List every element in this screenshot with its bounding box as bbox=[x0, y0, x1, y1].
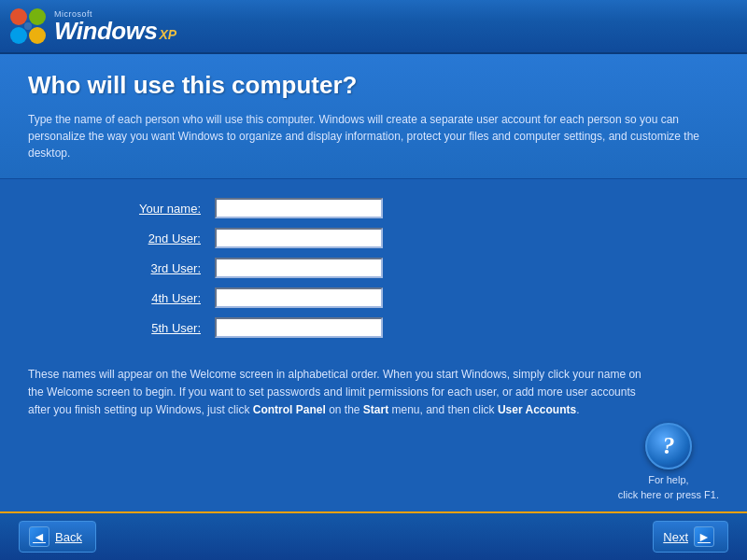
user3-label: 3rd User: bbox=[28, 261, 215, 275]
user5-label: 5th User: bbox=[28, 321, 215, 335]
help-icon-circle: ? bbox=[645, 423, 692, 469]
back-label: Back bbox=[55, 530, 82, 544]
field-row-5: 5th User: bbox=[28, 317, 719, 338]
field-row-3: 3rd User: bbox=[28, 258, 719, 278]
next-label: Next bbox=[663, 530, 688, 544]
user3-input[interactable] bbox=[215, 258, 383, 278]
user-accounts-bold: User Accounts bbox=[498, 403, 576, 416]
bottom-text: These names will appear on the Welcome s… bbox=[28, 366, 644, 420]
user-fields: Your name: 2nd User: 3rd User: 4th User:… bbox=[28, 198, 719, 347]
windows-flag-icon bbox=[9, 7, 47, 45]
svg-point-2 bbox=[10, 27, 27, 44]
user4-label: 4th User: bbox=[28, 291, 215, 305]
help-button[interactable]: ? For help,click here or press F1. bbox=[618, 423, 719, 502]
start-bold: Start bbox=[363, 403, 388, 416]
user1-input[interactable] bbox=[215, 198, 383, 218]
windows-text: Microsoft Windows XP bbox=[54, 10, 176, 43]
next-arrow-icon: ► bbox=[694, 526, 714, 547]
user2-input[interactable] bbox=[215, 228, 383, 248]
user2-label: 2nd User: bbox=[28, 231, 215, 245]
svg-point-4 bbox=[24, 22, 32, 30]
main-content: Who will use this computer? Type the nam… bbox=[0, 54, 747, 511]
next-button[interactable]: Next ► bbox=[653, 521, 728, 553]
back-button[interactable]: ◄ Back bbox=[19, 521, 96, 553]
xp-label: XP bbox=[159, 28, 176, 41]
user1-label: Your name: bbox=[28, 202, 215, 216]
field-row-1: Your name: bbox=[28, 198, 719, 218]
page-header: Who will use this computer? Type the nam… bbox=[0, 54, 747, 179]
field-row-4: 4th User: bbox=[28, 287, 719, 308]
back-arrow-icon: ◄ bbox=[29, 526, 49, 547]
control-panel-bold: Control Panel bbox=[253, 403, 326, 416]
help-label: For help,click here or press F1. bbox=[618, 473, 719, 502]
svg-point-1 bbox=[29, 8, 46, 25]
windows-logo: Microsoft Windows XP bbox=[9, 7, 176, 45]
page-body: Your name: 2nd User: 3rd User: 4th User:… bbox=[0, 179, 747, 511]
top-bar: Microsoft Windows XP bbox=[0, 0, 747, 54]
page-title: Who will use this computer? bbox=[28, 71, 719, 100]
help-question-mark: ? bbox=[662, 432, 674, 460]
page-description: Type the name of each person who will us… bbox=[28, 111, 700, 161]
user4-input[interactable] bbox=[215, 287, 383, 308]
field-row-2: 2nd User: bbox=[28, 228, 719, 248]
bottom-bar: ◄ Back Next ► bbox=[0, 511, 747, 560]
user5-input[interactable] bbox=[215, 317, 383, 338]
svg-point-3 bbox=[29, 27, 46, 44]
windows-label: Windows bbox=[54, 19, 157, 43]
svg-point-0 bbox=[10, 8, 27, 25]
